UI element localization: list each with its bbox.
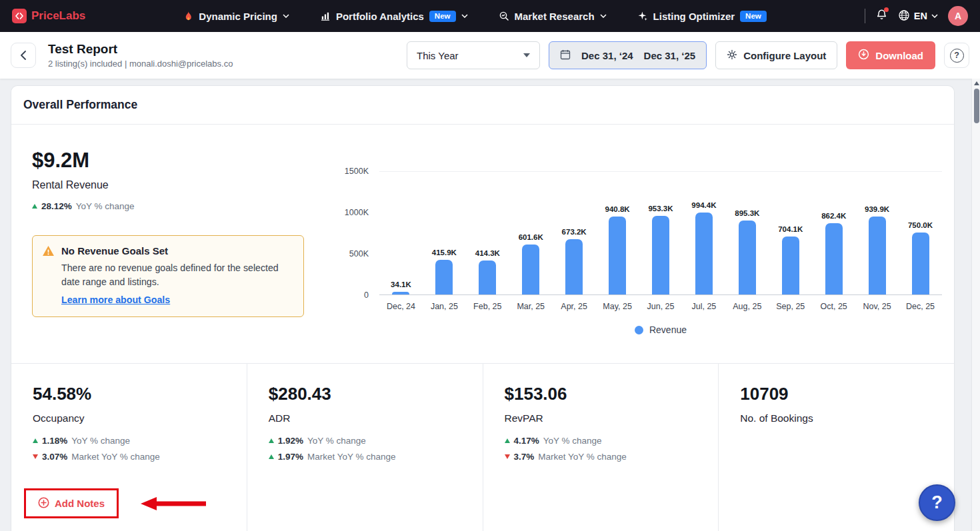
overall-performance-card: Overall Performance $9.2M Rental Revenue… <box>11 85 955 531</box>
chart-plot-area: 34.1K415.9K414.3K601.6K673.2K940.8K953.3… <box>379 171 942 295</box>
change-label: Market YoY % change <box>307 452 396 462</box>
stat-changes: 1.18%YoY % change3.07%Market YoY % chang… <box>33 436 247 462</box>
y-axis-tick: 1500K <box>345 167 369 176</box>
stat-changes: 4.17%YoY % change3.7%Market YoY % change <box>505 436 719 462</box>
chevron-down-icon <box>461 14 468 18</box>
new-badge: New <box>429 11 456 22</box>
change-label: YoY % change <box>71 436 130 446</box>
x-axis-label: Jun, 25 <box>639 302 683 311</box>
back-button[interactable] <box>11 43 36 68</box>
y-axis-tick: 1000K <box>345 208 369 217</box>
bar-aug-25[interactable]: 895.3K <box>725 172 769 294</box>
revenue-bar[interactable] <box>869 217 886 294</box>
bar-oct-25[interactable]: 862.4K <box>812 172 855 294</box>
stat-change-row: 1.18%YoY % change <box>33 436 247 446</box>
bar-mar-25[interactable]: 601.6K <box>509 172 553 294</box>
card-body: $9.2M Rental Revenue 28.12% YoY % change… <box>11 125 954 531</box>
scroll-up-arrow-icon[interactable] <box>974 81 979 85</box>
nav-item-market-research[interactable]: Market Research <box>499 11 607 22</box>
stat-adr: $280.43ADR1.92%YoY % change1.97%Market Y… <box>247 364 483 531</box>
y-axis-tick: 0 <box>364 290 369 300</box>
revenue-bar[interactable] <box>782 237 799 294</box>
question-mark-icon: ? <box>950 49 964 63</box>
gear-icon <box>727 49 737 62</box>
header-help-button[interactable]: ? <box>944 43 969 68</box>
x-axis-label: Sep, 25 <box>769 302 812 311</box>
report-subtitle: 2 listing(s) included | monali.doshi@pri… <box>48 59 233 69</box>
revenue-bar[interactable] <box>652 216 669 294</box>
nav-item-portfolio-analytics[interactable]: Portfolio AnalyticsNew <box>320 11 468 22</box>
up-triangle-icon <box>269 454 274 459</box>
revenue-bar[interactable] <box>739 221 756 294</box>
bar-jan-25[interactable]: 415.9K <box>423 172 466 294</box>
add-notes-button[interactable]: Add Notes <box>38 497 105 510</box>
scrollbar-thumb[interactable] <box>974 89 979 123</box>
brand-name: PriceLabs <box>31 9 85 23</box>
revenue-bar[interactable] <box>825 223 843 294</box>
bar-sep-25[interactable]: 704.1K <box>769 172 812 294</box>
bar-value-label: 939.9K <box>865 205 889 213</box>
revenue-bar[interactable] <box>392 292 409 294</box>
new-badge: New <box>740 11 767 22</box>
rental-revenue-label: Rental Revenue <box>32 179 109 191</box>
bar-nov-25[interactable]: 939.9K <box>855 172 899 294</box>
chevron-left-icon <box>21 51 26 60</box>
nav-item-label: Portfolio Analytics <box>336 11 424 22</box>
flame-icon <box>183 11 193 22</box>
configure-layout-label: Configure Layout <box>743 50 826 61</box>
up-triangle-icon <box>505 438 510 443</box>
change-value: 1.18% <box>42 436 67 446</box>
change-label: YoY % change <box>543 436 602 446</box>
period-select[interactable]: This Year <box>407 41 540 69</box>
bar-value-label: 415.9K <box>432 249 457 257</box>
bar-value-label: 414.3K <box>475 249 500 257</box>
x-axis-label: Jul, 25 <box>682 302 725 311</box>
avatar[interactable]: A <box>948 6 968 26</box>
bar-apr-25[interactable]: 673.2K <box>553 172 596 294</box>
top-navbar: PriceLabs Dynamic PricingPortfolio Analy… <box>0 0 980 32</box>
change-label: YoY % change <box>76 201 135 211</box>
download-button[interactable]: Download <box>846 41 935 69</box>
plus-circle-icon <box>38 497 49 510</box>
change-value: 1.92% <box>278 436 303 446</box>
revenue-bar-chart: 1500K1000K500K0 34.1K415.9K414.3K601.6K6… <box>330 171 942 335</box>
x-axis-label: Oct, 25 <box>812 302 855 311</box>
primary-nav: Dynamic PricingPortfolio AnalyticsNewMar… <box>85 11 865 22</box>
stat-label: RevPAR <box>505 412 719 424</box>
stat-value: 10709 <box>740 384 954 404</box>
bar-may-25[interactable]: 940.8K <box>596 172 639 294</box>
configure-layout-button[interactable]: Configure Layout <box>715 41 837 69</box>
down-triangle-icon <box>33 454 38 459</box>
date-range-picker[interactable]: Dec 31, ‘24 Dec 31, ‘25 <box>549 41 707 69</box>
bar-dec-25[interactable]: 750.0K <box>899 172 942 294</box>
goals-learn-more-link[interactable]: Learn more about Goals <box>61 294 170 305</box>
change-value: 4.17% <box>514 436 539 446</box>
revenue-bar[interactable] <box>435 260 453 294</box>
revenue-bar[interactable] <box>695 213 713 294</box>
bar-value-label: 940.8K <box>605 205 630 213</box>
bar-dec-24[interactable]: 34.1K <box>379 172 423 294</box>
bar-feb-25[interactable]: 414.3K <box>466 172 509 294</box>
no-revenue-goals-warning: No Revenue Goals Set There are no revenu… <box>32 235 304 317</box>
revenue-bar[interactable] <box>565 239 583 294</box>
revenue-bar[interactable] <box>609 217 626 294</box>
vertical-scrollbar[interactable] <box>971 79 980 531</box>
help-fab-button[interactable]: ? <box>919 484 955 521</box>
bar-jun-25[interactable]: 953.3K <box>639 172 683 294</box>
revenue-bar[interactable] <box>522 245 539 294</box>
market-research-icon <box>499 11 509 21</box>
nav-item-dynamic-pricing[interactable]: Dynamic Pricing <box>183 11 289 22</box>
nav-item-listing-optimizer[interactable]: Listing OptimizerNew <box>637 11 767 22</box>
y-axis-tick: 500K <box>349 249 369 259</box>
notifications-button[interactable] <box>875 9 888 24</box>
language-selector[interactable]: EN <box>898 9 938 23</box>
bar-jul-25[interactable]: 994.4K <box>682 172 725 294</box>
header-controls: This Year Dec 31, ‘24 Dec 31, ‘25 Config… <box>407 41 969 69</box>
chart-plot-wrap: 1500K1000K500K0 34.1K415.9K414.3K601.6K6… <box>330 171 942 295</box>
revenue-bar[interactable] <box>912 233 929 294</box>
revenue-bar[interactable] <box>479 261 496 294</box>
y-axis: 1500K1000K500K0 <box>330 171 379 295</box>
stat-value: $153.06 <box>505 384 719 404</box>
pricelabs-logo[interactable]: PriceLabs <box>12 9 85 23</box>
pricelabs-logo-icon <box>12 9 27 23</box>
